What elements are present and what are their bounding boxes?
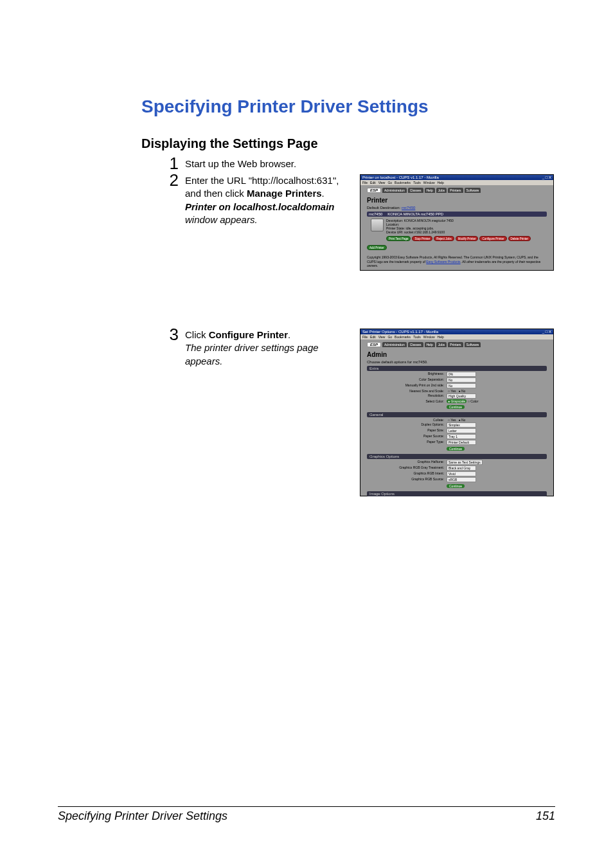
- label-nearest-size: Nearest Size and Scale:: [367, 389, 447, 393]
- window-titlebar: Set Printer Options - CUPS v1.1.17 - Moz…: [360, 329, 553, 334]
- copyright-text: Copyright 1993-2003 Easy Software Produc…: [367, 255, 547, 267]
- menu-item[interactable]: Window: [423, 335, 435, 339]
- label-paper-source: Paper Source:: [367, 434, 447, 439]
- select-brightness[interactable]: 0%: [447, 372, 476, 377]
- menu-item[interactable]: Go: [387, 181, 392, 185]
- page-subtext: Choose default options for mc7450.: [367, 360, 547, 364]
- tab-help[interactable]: Help: [425, 188, 435, 193]
- tab-jobs[interactable]: Jobs: [436, 342, 447, 347]
- step-1: 1 Start up the Web browser.: [161, 158, 555, 174]
- label-paper-type: Paper Type:: [367, 440, 447, 445]
- select-halftone[interactable]: Same as Text Settings: [447, 460, 483, 465]
- tab-administration[interactable]: Administration: [382, 188, 407, 193]
- window-menubar[interactable]: File Edit View Go Bookmarks Tools Window…: [360, 180, 553, 185]
- menu-item[interactable]: Edit: [370, 181, 376, 185]
- menu-item[interactable]: Help: [438, 181, 444, 185]
- menu-item[interactable]: Edit: [370, 335, 376, 339]
- configure-printer-button[interactable]: Configure Printer: [479, 236, 506, 241]
- label-paper-size: Paper Size:: [367, 428, 447, 433]
- label-color-separation: Color Separation:: [367, 377, 447, 383]
- add-printer-button[interactable]: Add Printer: [367, 245, 387, 250]
- printer-bar: mc7450 KONICA MINOLTA mc7450 PPD: [367, 212, 547, 217]
- step-text: Click Configure Printer. The printer dri…: [185, 329, 346, 368]
- tab-classes[interactable]: Classes: [408, 188, 423, 193]
- menu-item[interactable]: Window: [423, 181, 435, 185]
- tab-printers[interactable]: Printers: [448, 188, 463, 193]
- radio-nearest-no[interactable]: No: [458, 389, 467, 393]
- select-paper-size[interactable]: Letter: [447, 428, 476, 433]
- radio-grayscale[interactable]: Grayscale: [447, 399, 466, 403]
- select-resolution[interactable]: High Quality: [447, 393, 476, 399]
- reject-jobs-button[interactable]: Reject Jobs: [434, 236, 454, 241]
- tab-help[interactable]: Help: [425, 342, 435, 347]
- cups-tabs: ESP Administration Classes Help Jobs Pri…: [367, 342, 547, 347]
- label-manual-2nd: Manually Print on 2nd side:: [367, 383, 447, 388]
- printer-ppd: KONICA MINOLTA mc7450 PPD: [387, 212, 443, 216]
- select-gray-treatment[interactable]: Black and Gray: [447, 466, 476, 471]
- printer-info: Description: KONICA MINOLTA magicolor 74…: [386, 219, 531, 243]
- section-extra: Extra: [367, 366, 547, 371]
- label-select-color: Select Color:: [367, 399, 447, 403]
- copyright-link[interactable]: Easy Software Products: [426, 260, 460, 264]
- continue-button[interactable]: Continue: [447, 447, 465, 451]
- select-duplex[interactable]: Simplex: [447, 422, 476, 428]
- select-manual-2nd[interactable]: No: [447, 383, 476, 388]
- tab-printers[interactable]: Printers: [448, 342, 463, 347]
- menu-item[interactable]: View: [378, 335, 386, 339]
- tab-jobs[interactable]: Jobs: [436, 188, 447, 193]
- printer-name: mc7450: [369, 212, 382, 216]
- menu-item[interactable]: Tools: [413, 335, 421, 339]
- window-buttons[interactable]: _ □ X: [542, 330, 551, 334]
- select-color-separation[interactable]: No: [447, 377, 476, 383]
- heading-1: Specifying Printer Driver Settings: [141, 96, 555, 117]
- radio-collate-yes[interactable]: Yes: [447, 418, 458, 422]
- window-buttons[interactable]: _ □ X: [542, 176, 551, 179]
- menu-item[interactable]: File: [362, 335, 368, 339]
- menu-item[interactable]: Help: [438, 335, 444, 339]
- window-titlebar: Printer on localhost - CUPS v1.1.17 - Mo…: [360, 175, 553, 180]
- continue-button[interactable]: Continue: [447, 405, 465, 409]
- page-heading: Admin: [367, 351, 547, 358]
- select-rgb-intent[interactable]: Vivid: [447, 471, 476, 476]
- heading-2: Displaying the Settings Page: [141, 136, 555, 151]
- print-test-page-button[interactable]: Print Test Page: [386, 236, 411, 241]
- tab-software[interactable]: Software: [465, 342, 481, 347]
- menu-item[interactable]: Go: [387, 335, 392, 339]
- document-page: Specifying Printer Driver Settings Displ…: [0, 0, 613, 868]
- window-menubar[interactable]: File Edit View Go Bookmarks Tools Window…: [360, 334, 553, 339]
- tab-administration[interactable]: Administration: [382, 342, 407, 347]
- select-rgb-source[interactable]: sRGB: [447, 477, 476, 482]
- label-gray-treatment: Graphics RGB Gray Treatment:: [367, 466, 447, 471]
- menu-item[interactable]: Bookmarks: [395, 181, 411, 185]
- label-duplex: Duplex Options:: [367, 422, 447, 428]
- select-paper-type[interactable]: Printer Default: [447, 440, 476, 445]
- menu-item[interactable]: View: [378, 181, 386, 185]
- step-italic: window appears.: [185, 214, 258, 225]
- admin-window-screenshot: Set Printer Options - CUPS v1.1.17 - Moz…: [360, 329, 554, 496]
- footer-title: Specifying Printer Driver Settings: [58, 809, 227, 823]
- label-collate: Collate:: [367, 418, 447, 422]
- menu-item[interactable]: File: [362, 181, 368, 185]
- select-paper-source[interactable]: Tray 1: [447, 434, 476, 439]
- default-link[interactable]: mc7450: [402, 206, 415, 210]
- label-resolution: Resolution:: [367, 393, 447, 399]
- step-text: Enter the URL "http://local­host:631", a…: [185, 174, 346, 226]
- delete-printer-button[interactable]: Delete Printer: [508, 236, 531, 241]
- menu-item[interactable]: Bookmarks: [395, 335, 411, 339]
- radio-nearest-yes[interactable]: Yes: [447, 389, 458, 393]
- step-bold: Manage Printers: [247, 188, 322, 199]
- menu-item[interactable]: Tools: [413, 181, 421, 185]
- label-rgb-source: Graphics RGB Source:: [367, 477, 447, 482]
- step-2-block: 2 Enter the URL "http://local­host:631",…: [161, 174, 555, 309]
- cups-tabs: ESP Administration Classes Help Jobs Pri…: [367, 188, 547, 193]
- modify-printer-button[interactable]: Modify Printer: [456, 236, 479, 241]
- esp-logo: ESP: [367, 342, 381, 347]
- stop-printer-button[interactable]: Stop Printer: [412, 236, 432, 241]
- radio-collate-no[interactable]: No: [458, 418, 467, 422]
- esp-logo: ESP: [367, 188, 381, 193]
- tab-classes[interactable]: Classes: [408, 342, 423, 347]
- tab-software[interactable]: Software: [465, 188, 481, 193]
- radio-color[interactable]: Color: [466, 399, 479, 403]
- continue-button[interactable]: Continue: [447, 484, 465, 488]
- step-number: 1: [161, 155, 179, 172]
